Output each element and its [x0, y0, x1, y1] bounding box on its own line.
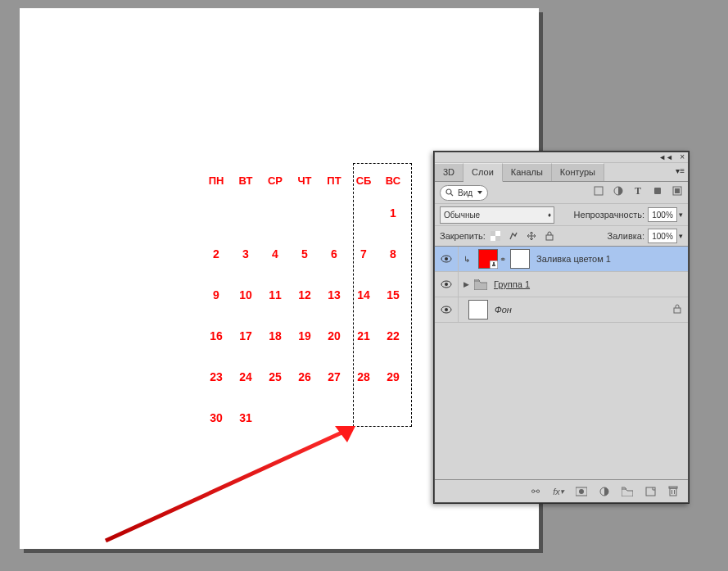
calendar-cell: 6 [319, 233, 349, 274]
layer-name[interactable]: Заливка цветом 1 [536, 254, 611, 264]
calendar-cell: 10 [231, 274, 260, 315]
chevron-down-icon[interactable]: ▾ [679, 232, 683, 240]
lock-position-icon[interactable] [525, 230, 538, 242]
new-group-icon[interactable] [621, 485, 634, 498]
new-adjustment-icon[interactable] [598, 485, 611, 498]
filter-adjust-icon[interactable] [613, 185, 624, 197]
calendar-cell: 17 [231, 315, 260, 356]
layer-thumbnail[interactable] [468, 300, 488, 319]
folder-icon [474, 279, 487, 290]
layer-fx-icon[interactable]: fx▾ [552, 485, 565, 498]
calendar-cell: 5 [290, 233, 319, 274]
adjust-badge-icon [490, 261, 498, 269]
svg-rect-8 [675, 188, 680, 193]
calendar-cell [290, 193, 319, 233]
layers-panel[interactable]: ◄◄ × 3D Слои Каналы Контуры ▾≡ Вид [433, 151, 690, 504]
svg-point-15 [445, 257, 448, 261]
blend-mode-select[interactable]: Обычные ♦ [440, 206, 554, 224]
marquee-selection [353, 163, 412, 427]
calendar-cell: 2 [201, 233, 231, 274]
calendar-cell: 24 [231, 356, 260, 397]
svg-rect-18 [493, 262, 495, 265]
delete-layer-icon[interactable] [667, 485, 680, 498]
panel-footer: ⚯ fx▾ [435, 479, 688, 502]
search-icon [445, 188, 454, 197]
svg-rect-11 [495, 231, 500, 236]
filter-label: Вид [458, 188, 473, 197]
lock-label: Закрепить: [440, 231, 486, 241]
calendar-cell [201, 193, 231, 233]
layer-thumbnail[interactable] [478, 249, 498, 269]
layer-row[interactable]: Фон [435, 297, 688, 323]
svg-point-25 [579, 489, 584, 494]
workspace: ПН ВТ СР ЧТ ПТ СБ ВС 1 2345678 910111213… [0, 0, 728, 571]
calendar-cell: 18 [260, 315, 290, 356]
filter-smart-icon[interactable] [671, 185, 683, 197]
tab-3d[interactable]: 3D [435, 163, 463, 181]
visibility-toggle[interactable] [435, 297, 459, 322]
fill-label: Заливка: [608, 231, 644, 241]
calendar-cell: 27 [319, 356, 349, 397]
link-layers-icon[interactable]: ⚯ [529, 485, 542, 498]
link-icon[interactable]: ⚭ [500, 255, 506, 264]
layer-name[interactable]: Группа 1 [494, 279, 530, 289]
svg-rect-13 [546, 235, 553, 240]
panel-menu-icon[interactable]: ▾≡ [676, 166, 685, 175]
layer-filter-row: Вид T [435, 182, 688, 204]
calendar-header: СР [260, 168, 290, 193]
svg-line-3 [450, 193, 453, 196]
calendar-cell [319, 193, 349, 233]
svg-point-22 [445, 308, 448, 311]
calendar-cell [260, 397, 290, 438]
layer-row[interactable]: ↳ ⚭ Заливка цветом 1 [435, 247, 688, 272]
svg-rect-27 [646, 487, 655, 496]
calendar-cell: 12 [290, 274, 319, 315]
svg-rect-17 [492, 265, 495, 266]
lock-all-icon[interactable] [543, 230, 556, 242]
svg-rect-6 [654, 188, 661, 194]
new-layer-icon[interactable] [644, 485, 657, 498]
add-mask-icon[interactable] [575, 485, 588, 498]
lock-transparent-icon[interactable] [489, 230, 502, 242]
layers-list: ↳ ⚭ Заливка цветом 1 ▶ Группа 1 [435, 247, 688, 468]
svg-rect-31 [669, 487, 677, 488]
close-icon[interactable]: × [680, 152, 685, 161]
svg-point-2 [446, 189, 451, 194]
calendar-cell: 30 [201, 397, 231, 438]
collapse-icon[interactable]: ◄◄ [658, 153, 673, 161]
filter-pixel-icon[interactable] [593, 185, 604, 197]
calendar-header: ЧТ [290, 168, 319, 193]
chevron-down-icon[interactable]: ▾ [679, 211, 683, 219]
calendar-cell: 13 [319, 274, 349, 315]
panel-inner: ◄◄ × 3D Слои Каналы Контуры ▾≡ Вид [435, 152, 688, 502]
calendar-cell: 20 [319, 315, 349, 356]
svg-line-0 [106, 430, 347, 541]
lock-icon[interactable] [673, 304, 681, 316]
filter-shape-icon[interactable] [652, 185, 663, 197]
lock-pixels-icon[interactable] [507, 230, 520, 242]
tab-paths[interactable]: Контуры [552, 163, 604, 181]
visibility-toggle[interactable] [435, 272, 459, 297]
panel-titlebar[interactable]: ◄◄ × [435, 152, 688, 163]
tab-channels[interactable]: Каналы [503, 163, 552, 181]
visibility-toggle[interactable] [435, 247, 459, 271]
filter-type-icon[interactable]: T [632, 185, 644, 197]
blend-row: Обычные ♦ Непрозрачность: 100% ▾ [435, 204, 688, 226]
calendar-cell [319, 397, 349, 438]
layer-filter-select[interactable]: Вид [440, 185, 488, 201]
tab-layers[interactable]: Слои [463, 163, 503, 182]
blend-mode-value: Обычные [444, 211, 480, 220]
mask-thumbnail[interactable] [510, 249, 530, 269]
opacity-field[interactable]: 100% [648, 207, 677, 222]
layer-name[interactable]: Фон [495, 305, 512, 315]
layer-row[interactable]: ▶ Группа 1 [435, 272, 688, 297]
disclosure-triangle-icon[interactable]: ▶ [463, 280, 469, 288]
fill-field[interactable]: 100% [648, 229, 677, 243]
calendar-cell: 31 [231, 397, 260, 438]
clip-indicator-icon: ↳ [462, 255, 472, 264]
fill-value: 100% [652, 232, 673, 241]
calendar-cell: 26 [290, 356, 319, 397]
svg-rect-4 [595, 187, 603, 195]
chevron-down-icon [477, 191, 482, 194]
calendar-cell [231, 193, 260, 233]
